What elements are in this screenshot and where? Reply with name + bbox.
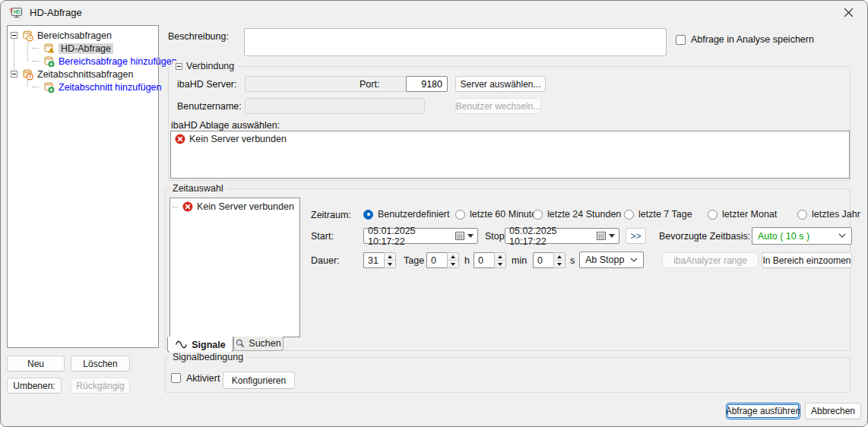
port-field[interactable] — [406, 76, 448, 92]
radio-letzte-7-tage[interactable]: letzte 7 Tage — [624, 209, 692, 220]
stepper-down-icon[interactable] — [448, 261, 458, 267]
activated-label: Aktiviert — [186, 373, 220, 384]
stepper-down-icon[interactable] — [554, 261, 565, 267]
groupbox-collapse-icon[interactable] — [176, 63, 182, 70]
tree-item-bereichsabfragen[interactable]: Bereichsabfragen — [11, 29, 112, 42]
anchor-dropdown[interactable]: Ab Stopp — [579, 251, 644, 268]
database-clock-icon — [21, 68, 33, 81]
timebase-value: Auto ( 10 s ) — [758, 231, 809, 242]
tree-item-zeitabschnittsabfragen[interactable]: Zeitabschnittsabfragen — [11, 68, 133, 81]
run-query-button[interactable]: Abfrage ausführen — [726, 403, 800, 419]
radio-button-icon[interactable] — [708, 210, 718, 220]
tab-label: Signale — [192, 340, 225, 350]
activated-checkbox[interactable] — [171, 373, 181, 383]
radio-button-icon[interactable] — [363, 210, 373, 220]
dropdown-arrow-icon[interactable] — [467, 234, 474, 238]
description-label: Beschreibung: — [168, 31, 229, 42]
signal-tree-box[interactable] — [169, 198, 300, 337]
radio-letzte-60-minuten[interactable]: letzte 60 Minuten — [455, 209, 542, 220]
close-icon[interactable] — [832, 1, 864, 24]
radio-label: letzte 7 Tage — [638, 209, 692, 220]
tree-item-label: Bereichsabfragen — [37, 30, 112, 41]
tab-suchen[interactable]: Suchen — [233, 337, 284, 351]
radio-label: letztes Jahr — [812, 209, 860, 220]
zoom-to-range-button[interactable]: In Bereich einzoomen — [762, 252, 852, 268]
days-stepper[interactable]: 31 — [363, 252, 396, 268]
delete-button[interactable]: Löschen — [71, 356, 130, 372]
undo-button[interactable]: Rückgängig — [71, 378, 130, 394]
signal-condition-group-title: Signalbedingung — [173, 352, 243, 362]
tree-item-label: Zeitabschnitt hinzufügen — [59, 82, 162, 93]
timebase-label: Bevorzugte Zeitbasis: — [659, 231, 750, 242]
port-label: Port: — [360, 79, 379, 90]
server-field[interactable] — [245, 76, 425, 92]
anchor-value: Ab Stopp — [585, 255, 624, 265]
stepper-up-icon[interactable] — [448, 253, 458, 261]
calendar-icon — [597, 232, 606, 240]
stop-datetime-picker[interactable]: 05.02.2025 10:17:22 — [505, 228, 619, 244]
tree-item-bereichsabfrage-hinzufuegen[interactable]: Bereichsabfrage hinzufügen — [33, 55, 177, 68]
timebase-dropdown[interactable]: Auto ( 10 s ) — [752, 227, 852, 245]
stepper-up-icon[interactable] — [554, 253, 565, 261]
collapse-minus-icon[interactable] — [11, 32, 17, 39]
chevron-down-icon — [838, 233, 846, 239]
radio-letzter-monat[interactable]: letzter Monat — [708, 209, 777, 220]
storage-status-item: Kein Server verbunden — [175, 134, 287, 144]
stepper-up-icon[interactable] — [385, 253, 395, 261]
chevron-down-icon — [630, 258, 638, 263]
svg-text:?: ? — [9, 6, 13, 13]
dropdown-arrow-icon[interactable] — [609, 234, 615, 238]
error-icon — [175, 134, 185, 144]
start-datetime-picker[interactable]: 05.01.2025 10:17:22 — [363, 228, 478, 244]
radio-letzte-24-stunden[interactable]: letzte 24 Stunden — [533, 209, 621, 220]
radio-label: letzte 60 Minuten — [470, 209, 542, 220]
hours-stepper[interactable]: 0 — [426, 252, 459, 268]
hours-value[interactable]: 0 — [426, 252, 447, 268]
minutes-value[interactable]: 0 — [474, 252, 494, 268]
tree-item-hd-abfrage[interactable]: HD-Abfrage — [33, 42, 113, 55]
tree-connector-line — [33, 61, 39, 62]
configure-button[interactable]: Konfigurieren — [223, 372, 295, 389]
tab-signale[interactable]: Signale — [167, 337, 233, 353]
stepper-down-icon[interactable] — [385, 261, 395, 267]
description-input[interactable] — [244, 28, 667, 56]
tree-connector-line — [173, 207, 179, 207]
new-button[interactable]: Neu — [7, 356, 65, 372]
start-label: Start: — [311, 231, 334, 242]
minutes-unit-label: min — [512, 255, 527, 266]
rename-button[interactable]: Umbenen: — [7, 378, 62, 394]
radio-button-icon[interactable] — [624, 210, 634, 220]
radio-label: letzte 24 Stunden — [547, 209, 621, 220]
select-server-button[interactable]: Server auswählen... — [455, 76, 546, 92]
minutes-stepper[interactable]: 0 — [474, 252, 506, 268]
radio-benutzerdefiniert[interactable]: Benutzerdefiniert — [363, 209, 450, 220]
days-value[interactable]: 31 — [363, 252, 384, 268]
seconds-stepper[interactable]: 0 — [533, 252, 565, 268]
save-in-analysis-checkbox[interactable] — [676, 35, 686, 45]
analyzer-range-button[interactable]: ibaAnalyzer range — [662, 252, 759, 268]
radio-button-icon[interactable] — [533, 210, 543, 220]
tree-item-zeitabschnitt-hinzufuegen[interactable]: Zeitabschnitt hinzufügen — [33, 81, 162, 93]
tree-item-label-selected: HD-Abfrage — [59, 43, 113, 54]
signal-tree-status-item: Kein Server verbunden — [173, 201, 294, 212]
radio-letztes-jahr[interactable]: letztes Jahr — [797, 209, 860, 220]
days-unit-label: Tage — [404, 255, 424, 266]
calendar-icon — [455, 232, 464, 240]
storage-select-label: ibaHD Ablage auswählen: — [171, 120, 280, 131]
save-in-analysis-label: Abfrage in Analyse speichern — [691, 34, 814, 45]
collapse-minus-icon[interactable] — [11, 71, 17, 77]
cancel-button[interactable]: Abbrechen — [805, 403, 861, 419]
hd-query-dialog: HD ? HD-Abfrage Bereichsabfragen — [0, 0, 868, 427]
time-selection-group-title: Zeitauswahl — [173, 183, 223, 194]
tree-item-label: Bereichsabfrage hinzufügen — [59, 56, 177, 67]
stepper-up-icon[interactable] — [495, 253, 505, 261]
stop-datetime-value: 05.02.2025 10:17:22 — [509, 226, 594, 247]
stepper-down-icon[interactable] — [495, 261, 505, 267]
apply-range-button[interactable]: >> — [626, 228, 646, 244]
radio-button-icon[interactable] — [455, 210, 465, 220]
hours-unit-label: h — [464, 255, 470, 266]
username-field[interactable] — [245, 98, 425, 114]
radio-button-icon[interactable] — [797, 210, 807, 220]
switch-user-button[interactable]: Benutzer wechseln... — [455, 98, 541, 114]
seconds-value[interactable]: 0 — [533, 252, 553, 268]
